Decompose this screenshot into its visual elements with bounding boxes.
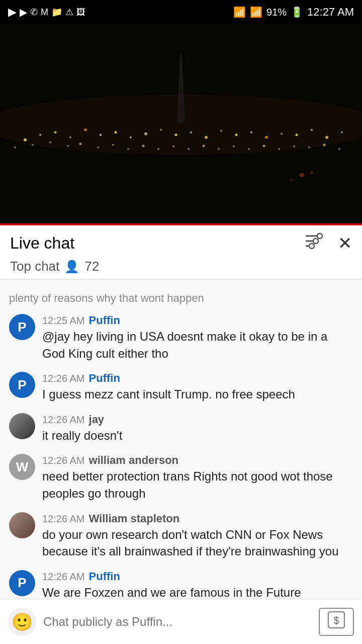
message-username: William stapleton bbox=[89, 512, 180, 525]
svg-point-17 bbox=[250, 131, 252, 133]
video-background bbox=[0, 24, 362, 225]
message-body: 12:25 AM Puffin @jay hey living in USA d… bbox=[42, 314, 353, 362]
message-text: need better protection trans Rights not … bbox=[42, 468, 353, 502]
viewers-icon: 👤 bbox=[64, 260, 79, 274]
message-time: 12:26 AM bbox=[42, 414, 85, 426]
livechat-title: Live chat bbox=[10, 234, 74, 253]
list-item: 12:26 AM jay it really doesn't bbox=[0, 408, 362, 449]
message-time: 12:25 AM bbox=[42, 315, 85, 327]
status-bar-right: 📶 📶 91% 🔋 12:27 AM bbox=[233, 6, 354, 19]
signal-icon: 📶 bbox=[250, 6, 262, 18]
svg-point-45 bbox=[323, 144, 326, 146]
message-username: Puffin bbox=[89, 314, 120, 327]
svg-point-14 bbox=[205, 136, 208, 139]
svg-point-54 bbox=[313, 238, 318, 244]
message-text: @jay hey living in USA doesnt make it ok… bbox=[42, 328, 353, 362]
svg-point-41 bbox=[263, 145, 265, 147]
svg-point-10 bbox=[144, 132, 147, 135]
svg-point-46 bbox=[338, 148, 340, 150]
svg-point-33 bbox=[142, 145, 145, 147]
svg-point-12 bbox=[175, 134, 177, 136]
send-button[interactable]: $ bbox=[319, 608, 354, 636]
status-bar-left: ▶ ▶ ✆ M 📁 ⚠ 🖼 bbox=[8, 6, 85, 19]
avatar bbox=[9, 512, 35, 538]
svg-point-48 bbox=[310, 171, 313, 174]
svg-point-31 bbox=[112, 144, 114, 146]
svg-point-40 bbox=[248, 148, 250, 150]
image-icon: 🖼 bbox=[76, 7, 85, 18]
filter-icon[interactable] bbox=[305, 232, 324, 254]
alert-icon: ⚠ bbox=[65, 7, 73, 18]
play-icon: ▶ bbox=[8, 6, 17, 19]
svg-point-3 bbox=[39, 134, 41, 136]
svg-point-20 bbox=[296, 134, 298, 136]
message-time: 12:26 AM bbox=[42, 455, 85, 466]
list-item: P 12:26 AM Puffin I guess mezz cant insu… bbox=[0, 367, 362, 408]
message-username: Puffin bbox=[89, 570, 120, 583]
svg-point-29 bbox=[79, 143, 82, 145]
phone-icon: ✆ bbox=[30, 7, 38, 18]
svg-point-27 bbox=[49, 141, 51, 143]
svg-point-16 bbox=[235, 134, 238, 136]
message-meta: 12:26 AM william anderson bbox=[42, 454, 353, 467]
svg-point-4 bbox=[54, 131, 57, 134]
chat-messages-list: plenty of reasons why that wont happen P… bbox=[0, 280, 362, 644]
svg-point-2 bbox=[24, 138, 27, 141]
emoji-button[interactable]: 🙂 bbox=[8, 608, 36, 636]
message-meta: 12:26 AM Puffin bbox=[42, 570, 353, 583]
svg-point-6 bbox=[84, 128, 87, 131]
svg-point-9 bbox=[130, 136, 132, 138]
close-icon[interactable]: ✕ bbox=[338, 233, 352, 253]
svg-point-55 bbox=[309, 244, 314, 249]
svg-point-30 bbox=[97, 146, 99, 148]
svg-point-49 bbox=[290, 179, 293, 182]
message-body: 12:26 AM jay it really doesn't bbox=[42, 413, 353, 444]
message-username: william anderson bbox=[89, 454, 179, 467]
svg-point-7 bbox=[100, 134, 102, 136]
send-icon: $ bbox=[327, 611, 345, 632]
svg-point-42 bbox=[278, 148, 280, 150]
svg-point-22 bbox=[325, 136, 328, 139]
message-time: 12:26 AM bbox=[42, 373, 85, 384]
svg-point-18 bbox=[265, 136, 268, 139]
svg-point-13 bbox=[190, 131, 192, 133]
message-body: 12:26 AM William stapleton do your own r… bbox=[42, 512, 353, 560]
svg-point-15 bbox=[220, 130, 222, 132]
avatar bbox=[9, 413, 35, 439]
svg-point-47 bbox=[300, 173, 304, 177]
battery-percent: 91% bbox=[266, 7, 287, 18]
svg-point-25 bbox=[14, 146, 16, 148]
svg-point-26 bbox=[32, 144, 34, 146]
folder-icon: 📁 bbox=[51, 7, 62, 18]
svg-point-38 bbox=[218, 148, 220, 150]
svg-point-35 bbox=[172, 145, 174, 147]
emoji-icon: 🙂 bbox=[12, 612, 33, 632]
message-body: 12:26 AM Puffin I guess mezz cant insult… bbox=[42, 372, 353, 403]
partial-message-text: plenty of reasons why that wont happen bbox=[9, 289, 204, 305]
list-item: P 12:25 AM Puffin @jay hey living in USA… bbox=[0, 309, 362, 367]
avatar: W bbox=[9, 454, 35, 480]
avatar: P bbox=[9, 372, 35, 398]
chat-input-area: 🙂 $ bbox=[0, 599, 362, 644]
avatar: P bbox=[9, 570, 35, 596]
video-progress-bar[interactable] bbox=[0, 223, 362, 225]
svg-text:$: $ bbox=[333, 615, 339, 626]
time-display: 12:27 AM bbox=[307, 6, 354, 19]
list-item: W 12:26 AM william anderson need better … bbox=[0, 449, 362, 507]
message-meta: 12:25 AM Puffin bbox=[42, 314, 353, 327]
message-time: 12:26 AM bbox=[42, 571, 85, 583]
battery-icon: 🔋 bbox=[291, 6, 303, 18]
svg-point-44 bbox=[308, 146, 310, 148]
svg-point-21 bbox=[311, 129, 313, 131]
viewers-count: 72 bbox=[84, 259, 99, 274]
svg-point-19 bbox=[281, 133, 283, 135]
chat-input[interactable] bbox=[43, 608, 312, 636]
mastodon-icon: M bbox=[41, 7, 48, 18]
svg-point-8 bbox=[115, 131, 117, 134]
svg-point-23 bbox=[341, 131, 343, 133]
svg-point-36 bbox=[188, 148, 190, 150]
partial-message: plenty of reasons why that wont happen bbox=[0, 285, 362, 309]
youtube-icon: ▶ bbox=[20, 6, 27, 18]
svg-point-28 bbox=[67, 145, 69, 147]
video-player[interactable] bbox=[0, 24, 362, 225]
